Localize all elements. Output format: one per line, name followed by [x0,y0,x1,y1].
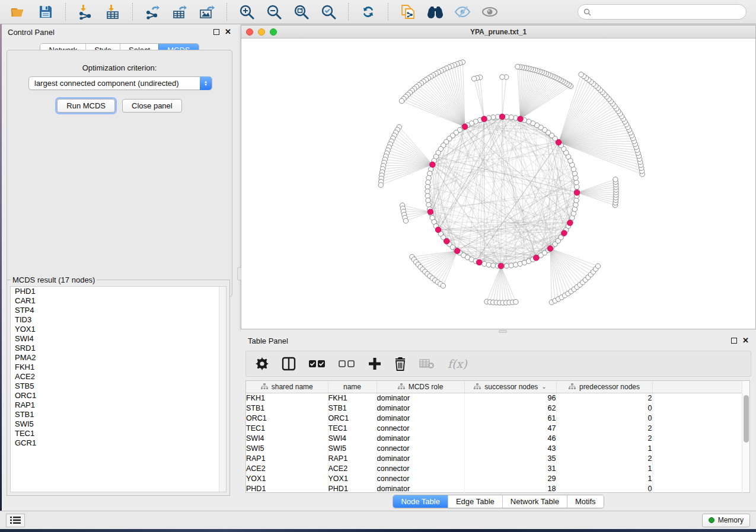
table-cell[interactable]: 96 [464,393,556,403]
table-row[interactable]: ORC1ORC1dominator610 [246,413,742,423]
table-cell[interactable]: 0 [556,483,652,493]
table-cell[interactable]: FKH1 [246,393,328,403]
table-cell[interactable]: dominator [377,393,464,403]
mcds-result-list[interactable]: PHD1CAR1STP4TID3YOX1SWI4SRD1PMA2FKH1ACE2… [10,286,227,492]
mcds-result-item[interactable]: RAP1 [11,400,226,410]
network-window-titlebar[interactable]: YPA_prune.txt_1 [241,25,755,39]
table-cell[interactable]: 46 [464,433,556,443]
tab-edge-table[interactable]: Edge Table [448,495,502,508]
column-header-name[interactable]: name [328,381,377,393]
table-row[interactable]: STB1STB1dominator620 [246,403,742,413]
settings-gear-icon[interactable] [256,357,269,370]
refresh-button[interactable] [356,2,381,22]
column-visibility-icon[interactable] [282,357,296,371]
split-pane-grip[interactable] [237,267,241,280]
table-cell[interactable]: dominator [377,433,464,443]
zoom-out-button[interactable] [261,2,286,22]
table-cell[interactable] [652,393,742,403]
table-cell[interactable]: TEC1 [246,423,328,433]
tab-motifs[interactable]: Motifs [567,495,604,508]
mcds-result-item[interactable]: PHD1 [11,287,226,296]
optimization-criterion-select[interactable]: largest connected component (undirected)… [28,76,212,90]
mcds-result-item[interactable]: SWI4 [11,334,226,344]
table-cell[interactable]: 43 [464,443,556,453]
table-row[interactable]: TEC1TEC1connector472 [246,423,742,433]
search-input[interactable] [595,8,741,16]
network-canvas[interactable] [241,39,755,329]
table-row[interactable]: SWI5SWI5connector431 [246,443,742,453]
table-cell[interactable]: 62 [464,403,556,413]
mcds-result-item[interactable]: STP4 [11,306,226,315]
table-scrollbar[interactable] [742,381,749,492]
import-table-button[interactable] [100,2,125,22]
table-cell[interactable]: 31 [464,463,556,473]
table-cell[interactable]: 18 [464,483,556,493]
export-network-button[interactable] [140,2,165,22]
deselect-all-checks-icon[interactable] [339,360,355,368]
table-cell[interactable]: 29 [464,473,556,483]
table-row[interactable]: PHD1PHD1dominator180 [246,483,742,493]
table-cell[interactable]: SWI4 [328,433,377,443]
table-cell[interactable]: 35 [464,453,556,463]
table-cell[interactable]: YOX1 [328,473,377,483]
clone-network-button[interactable] [395,2,420,22]
delete-column-icon[interactable] [394,357,406,371]
column-header-MCDS-role[interactable]: MCDS role [377,381,464,393]
table-cell[interactable]: ORC1 [328,413,377,423]
mcds-result-item[interactable]: FKH1 [11,363,226,372]
export-image-button[interactable] [194,2,219,22]
table-cell[interactable]: SWI5 [328,443,377,453]
table-cell[interactable] [652,483,742,493]
mcds-result-item[interactable]: YOX1 [11,325,226,334]
mcds-result-item[interactable]: STB1 [11,410,226,419]
mcds-result-item[interactable]: ORC1 [11,391,226,400]
table-cell[interactable]: 2 [556,423,652,433]
tab-network-table[interactable]: Network Table [502,495,567,508]
show-hide-panels-button[interactable] [450,2,475,22]
close-panel-icon[interactable]: ✕ [225,29,231,35]
table-cell[interactable]: 47 [464,423,556,433]
eye-button[interactable] [477,2,502,22]
table-cell[interactable]: dominator [377,403,464,413]
save-session-button[interactable] [33,2,58,22]
table-cell[interactable]: ACE2 [246,463,328,473]
table-row[interactable]: ACE2ACE2connector311 [246,463,742,473]
table-cell[interactable]: SWI4 [246,433,328,443]
search-network-button[interactable] [423,2,448,22]
add-column-icon[interactable] [368,357,381,370]
float-panel-icon[interactable] [213,29,219,35]
table-cell[interactable]: 2 [556,393,652,403]
table-cell[interactable]: PHD1 [246,483,328,493]
table-cell[interactable]: STB1 [328,403,377,413]
node-table-grid[interactable]: shared namenameMCDS rolesuccessor nodes⌄… [246,381,742,493]
task-history-button[interactable] [6,514,25,527]
table-cell[interactable]: 0 [556,413,652,423]
table-row[interactable]: RAP1RAP1dominator352 [246,453,742,463]
table-cell[interactable]: connector [377,423,464,433]
open-file-button[interactable] [6,2,31,22]
mcds-result-item[interactable]: CAR1 [11,296,226,306]
table-row[interactable]: YOX1YOX1connector291 [246,473,742,483]
search-box[interactable] [578,4,747,20]
table-row[interactable]: SWI4SWI4dominator462 [246,433,742,443]
import-network-button[interactable] [73,2,98,22]
mcds-result-item[interactable]: SWI5 [11,419,226,429]
float-table-panel-icon[interactable] [731,338,737,344]
table-cell[interactable]: 0 [556,403,652,413]
table-cell[interactable]: 2 [556,433,652,443]
table-cell[interactable]: 1 [556,443,652,453]
select-all-checks-icon[interactable] [309,360,326,368]
column-header-predecessor-nodes[interactable]: predecessor nodes [556,381,652,393]
table-cell[interactable]: connector [377,473,464,483]
table-cell[interactable]: PHD1 [328,483,377,493]
zoom-in-button[interactable] [234,2,259,22]
table-cell[interactable]: dominator [377,413,464,423]
table-cell[interactable]: dominator [377,483,464,493]
table-cell[interactable] [652,473,742,483]
table-cell[interactable]: connector [377,463,464,473]
table-cell[interactable]: 2 [556,453,652,463]
mcds-result-item[interactable]: GCR1 [11,438,226,448]
table-cell[interactable] [652,403,742,413]
table-cell[interactable]: 1 [556,473,652,483]
table-row[interactable]: FKH1FKH1dominator962 [246,393,742,403]
